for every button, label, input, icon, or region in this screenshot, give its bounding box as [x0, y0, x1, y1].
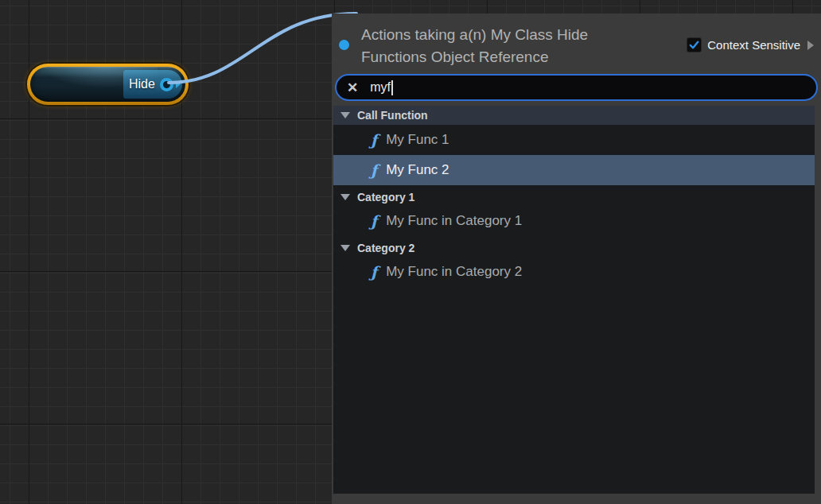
- list-item-my-func-in-category-1[interactable]: ƒ My Func in Category 1: [333, 206, 815, 236]
- menu-title: Actions taking a(n) My Class Hide Functi…: [361, 24, 588, 68]
- section-header-label: Call Function: [357, 109, 428, 122]
- list-item-label: My Func in Category 2: [386, 264, 522, 280]
- section-header-label: Category 2: [357, 242, 414, 254]
- context-sensitive-label: Context Sensitive: [707, 38, 800, 52]
- list-item-label: My Func in Category 1: [386, 213, 522, 229]
- expander-arrow-icon[interactable]: [807, 41, 814, 50]
- function-icon: ƒ: [371, 163, 377, 178]
- hide-variable-node[interactable]: Hide: [27, 64, 189, 105]
- context-menu-panel: Actions taking a(n) My Class Hide Functi…: [332, 14, 821, 504]
- list-item-my-func-in-category-2[interactable]: ƒ My Func in Category 2: [333, 257, 815, 287]
- context-sensitive-checkbox[interactable]: [687, 37, 702, 52]
- menu-title-line-1: Actions taking a(n) My Class Hide: [361, 24, 588, 46]
- section-header-category-1[interactable]: Category 1: [333, 188, 815, 206]
- search-value: myf: [370, 80, 391, 95]
- list-item-my-func-2[interactable]: ƒ My Func 2: [333, 155, 815, 185]
- clear-search-icon[interactable]: ✕: [347, 81, 358, 95]
- node-pin-label: Hide: [129, 77, 155, 91]
- section-header-category-2[interactable]: Category 2: [333, 238, 815, 257]
- list-item-my-func-1[interactable]: ƒ My Func 1: [333, 125, 815, 155]
- collapse-triangle-icon: [340, 112, 350, 118]
- menu-title-line-2: Functions Object Reference: [361, 46, 588, 68]
- text-caret: [391, 80, 393, 95]
- node-body: Hide: [30, 67, 185, 102]
- checkmark-icon: [688, 39, 700, 51]
- section-header-call-function[interactable]: Call Function: [333, 106, 815, 125]
- collapse-triangle-icon: [340, 245, 350, 251]
- search-input[interactable]: ✕ myf: [335, 74, 818, 101]
- function-icon: ƒ: [371, 265, 377, 280]
- pin-arrow-icon: [176, 80, 181, 88]
- collapse-triangle-icon: [340, 194, 350, 200]
- output-pin-zone[interactable]: Hide: [123, 70, 182, 99]
- object-output-pin-icon[interactable]: [160, 78, 173, 91]
- search-value-wrap: myf: [370, 80, 393, 95]
- list-item-label: My Func 1: [386, 132, 449, 148]
- function-icon: ƒ: [371, 133, 377, 148]
- action-list: Call Function ƒ My Func 1 ƒ My Func 2 Ca…: [333, 106, 815, 494]
- context-sensitive-control: Context Sensitive: [687, 37, 814, 52]
- list-item-label: My Func 2: [386, 162, 449, 178]
- object-pin-type-icon: [339, 40, 349, 50]
- function-icon: ƒ: [371, 214, 377, 229]
- section-header-label: Category 1: [357, 191, 414, 204]
